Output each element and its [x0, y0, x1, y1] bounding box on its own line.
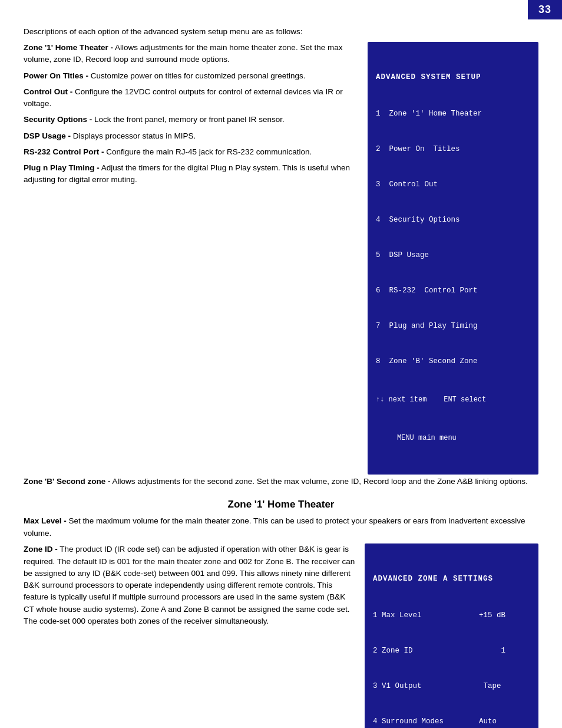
item-plug-n-play-label: Plug n Play Timing -	[24, 163, 100, 172]
menu-display-2: ADVANCED ZONE A SETTINGS 1 Max Level +15…	[365, 543, 538, 728]
item-zone-b-desc: Allows adjustments for the second zone. …	[112, 477, 527, 486]
menu1-item-8: 8 Zone 'B' Second Zone	[376, 355, 530, 367]
item-security-options: Security Options - Lock the front panel,…	[24, 114, 351, 126]
menu1-item-3: 3 Control Out	[376, 179, 530, 190]
max-level-block: Max Level - Set the maximum volume for t…	[24, 515, 538, 540]
intro-paragraph: Descriptions of each option of the advan…	[24, 27, 538, 36]
item-plug-n-play: Plug n Play Timing - Adjust the timers f…	[24, 162, 351, 186]
item-security-options-desc: Lock the front panel, memory or front pa…	[94, 115, 285, 124]
menu1-item-7: 7 Plug and Play Timing	[376, 320, 530, 332]
menu1-item-1: 1 Zone '1' Home Theater	[376, 108, 530, 120]
menu-display-1: ADVANCED SYSTEM SETUP 1 Zone '1' Home Th…	[368, 42, 538, 475]
item-power-on-titles-desc: Customize power on titles for customized…	[91, 71, 306, 80]
menu2-item-3: 3 V1 Output Tape	[373, 680, 530, 692]
menu1-footer1: ↑↓ next item ENT select	[376, 394, 530, 406]
item-dsp-usage: DSP Usage - Displays processor status in…	[24, 130, 351, 142]
item-dsp-usage-desc: Displays processor status in MIPS.	[73, 131, 196, 140]
item-control-out-label: Control Out -	[24, 87, 72, 96]
item-dsp-usage-label: DSP Usage -	[24, 131, 71, 140]
item-rs232-desc: Configure the main RJ-45 jack for RS-232…	[106, 147, 312, 156]
section-heading-zone1: Zone '1' Home Theater	[24, 499, 538, 510]
main-section-block: Zone '1' Home Theater - Allows adjustmen…	[24, 42, 538, 475]
advanced-system-setup-menu: ADVANCED SYSTEM SETUP 1 Zone '1' Home Th…	[368, 42, 538, 475]
menu1-title: ADVANCED SYSTEM SETUP	[376, 71, 530, 83]
item-zone1-home-theater-label: Zone '1' Home Theater -	[24, 43, 113, 52]
zone-id-label: Zone ID -	[24, 545, 58, 554]
zone-a-menu: ADVANCED ZONE A SETTINGS 1 Max Level +15…	[365, 543, 538, 728]
left-text-col: Zone '1' Home Theater - Allows adjustmen…	[24, 42, 362, 190]
item-security-options-label: Security Options -	[24, 115, 92, 124]
item-rs232-label: RS-232 Control Port -	[24, 147, 104, 156]
menu2-item-2: 2 Zone ID 1	[373, 645, 530, 657]
max-level-desc: Set the maximum volume for the main thea…	[24, 516, 525, 538]
zone-id-block: Zone ID - The product ID (IR code set) c…	[24, 543, 355, 627]
menu1-item-5: 5 DSP Usage	[376, 249, 530, 261]
item-power-on-titles: Power On Titles - Customize power on tit…	[24, 70, 351, 82]
item-zone1-home-theater: Zone '1' Home Theater - Allows adjustmen…	[24, 42, 351, 66]
menu2-title: ADVANCED ZONE A SETTINGS	[373, 573, 530, 585]
item-zone-b-label: Zone 'B' Second zone -	[24, 477, 110, 486]
zone-id-desc: The product ID (IR code set) can be adju…	[24, 545, 355, 625]
item-control-out: Control Out - Configure the 12VDC contro…	[24, 86, 351, 110]
item-rs232: RS-232 Control Port - Configure the main…	[24, 146, 351, 158]
menu1-footer2: MENU main menu	[376, 433, 530, 444]
menu2-item-1: 1 Max Level +15 dB	[373, 610, 530, 621]
max-level-label: Max Level -	[24, 516, 67, 525]
menu1-item-4: 4 Security Options	[376, 214, 530, 226]
zone-a-text-col: Zone ID - The product ID (IR code set) c…	[24, 543, 365, 631]
item-power-on-titles-label: Power On Titles -	[24, 71, 88, 80]
zone-a-section: Zone ID - The product ID (IR code set) c…	[24, 543, 538, 728]
item-zone-b: Zone 'B' Second zone - Allows adjustment…	[24, 476, 538, 487]
menu1-item-2: 2 Power On Titles	[376, 143, 530, 155]
page-wrapper: 33 Descriptions of each option of the ad…	[0, 0, 562, 728]
menu1-item-6: 6 RS-232 Control Port	[376, 285, 530, 297]
page-number: 33	[528, 0, 562, 19]
menu2-item-4: 4 Surround Modes Auto	[373, 716, 530, 727]
